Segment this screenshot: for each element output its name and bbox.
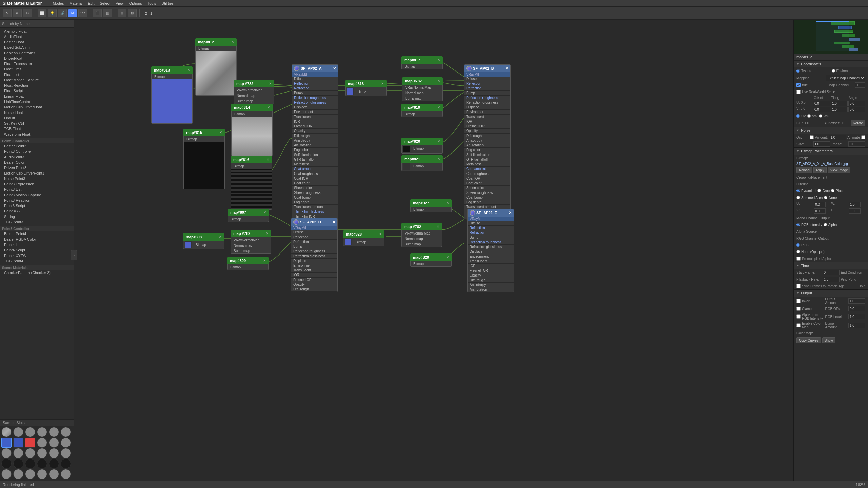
toolbar-btn-11[interactable]: ⊞	[118, 9, 126, 17]
sample-slot-6[interactable]	[61, 427, 71, 437]
node-float-expression[interactable]: Float Expression	[0, 61, 74, 66]
node-map827-header[interactable]: map#827 ✕	[410, 199, 452, 207]
node-map818[interactable]: map#818 ✕ Bitmap	[345, 80, 387, 96]
node-map814-close[interactable]: ✕	[267, 106, 270, 109]
row-refraction-d[interactable]: Refraction	[291, 240, 337, 244]
toolbar-btn-10[interactable]: ▦	[103, 9, 112, 17]
row-environment-b[interactable]: Environment	[464, 110, 510, 115]
toolbar-btn-2[interactable]: ✏	[13, 9, 22, 17]
row-coat-bump-a[interactable]: Coat bump	[292, 195, 338, 200]
row-coat-color-b[interactable]: Coat color	[464, 181, 510, 186]
row-diff-rough-e[interactable]: Diff. rough	[468, 278, 514, 283]
row-coat-ior-b[interactable]: Coat IOR	[464, 176, 510, 181]
node-map819-close[interactable]: ✕	[437, 106, 440, 109]
node-driver-float[interactable]: DriverFloat	[0, 56, 74, 61]
rp-output-amount-input[interactable]	[848, 298, 865, 304]
sample-slot-2[interactable]	[13, 427, 23, 437]
node-linktime-control[interactable]: LinkTimeControl	[0, 99, 74, 104]
row-metalness-a[interactable]: Metalness	[292, 162, 338, 167]
node-tcb-point3[interactable]: TCB Point3	[0, 219, 74, 225]
node-map819[interactable]: map#819 ✕ Bitmap	[401, 104, 443, 117]
sample-slot-7[interactable]	[1, 438, 12, 448]
node-map812-header[interactable]: map#812 ✕	[195, 38, 237, 46]
node-list[interactable]: Alembic Float AudioFloat Bezier Float Bi…	[0, 28, 74, 419]
node-audio-float[interactable]: AudioFloat	[0, 34, 74, 39]
node-sf-ap02-e-header[interactable]: SF_AP02_E ✕	[468, 209, 514, 217]
sample-slot-25[interactable]	[1, 469, 12, 479]
node-map817-header[interactable]: map#817 ✕	[401, 56, 443, 64]
node-map819-header[interactable]: map#819 ✕	[401, 104, 443, 111]
node-sf-ap02-b-close[interactable]: ✕	[505, 66, 508, 71]
node-map820-close[interactable]: ✕	[437, 140, 440, 143]
row-anisotropy-e[interactable]: Anisotropy	[468, 283, 514, 287]
row-bump-a[interactable]: Bump	[292, 91, 338, 96]
node-map782-2-close[interactable]: ✕	[266, 232, 269, 235]
row-opacity-a[interactable]: Opacity	[292, 129, 338, 134]
sample-slot-21[interactable]	[25, 459, 35, 469]
row-thin-film-thickness-a[interactable]: Thin Film Thickness	[292, 209, 338, 214]
node-map821[interactable]: map#821 ✕ Bitmap	[401, 155, 443, 171]
node-sf-ap02-e[interactable]: SF_AP02_E ✕ VRayMtl Diffuse Reflection R…	[467, 209, 514, 292]
node-float-reaction[interactable]: Float Reaction	[0, 83, 74, 88]
row-diffuse-e[interactable]: Diffuse	[468, 221, 514, 226]
row-an-rotation-b[interactable]: An. rotation	[464, 143, 510, 148]
rp-wu-radio[interactable]	[819, 114, 822, 118]
row-diffuse-a[interactable]: Diffuse	[292, 77, 338, 81]
row-displace-a[interactable]: Displace	[292, 105, 338, 110]
row-fog-depth-a[interactable]: Fog depth	[292, 200, 338, 205]
rp-section-time-header[interactable]: ▼ Time	[794, 262, 868, 269]
row-reflection-d[interactable]: Reflection	[291, 235, 337, 240]
toolbar-btn-7[interactable]: M	[68, 9, 77, 17]
node-map807[interactable]: map#807 ✕ Bitmap	[228, 209, 269, 222]
rp-rotate-btn[interactable]: Rotate	[851, 120, 865, 126]
node-map818-close[interactable]: ✕	[381, 82, 384, 85]
node-float-script[interactable]: Float Script	[0, 88, 74, 94]
rp-uv-radio[interactable]	[796, 114, 800, 118]
sample-slot-18[interactable]	[61, 448, 71, 458]
rp-section-coordinates-header[interactable]: ▼ Coordinates	[794, 61, 868, 67]
node-bezier-rgba-color[interactable]: Bezier RGBA Color	[0, 237, 74, 242]
node-point4-list[interactable]: Point4 List	[0, 242, 74, 247]
node-map812[interactable]: map#812 ✕ Bitmap	[195, 38, 237, 96]
sample-slot-20[interactable]	[13, 459, 23, 469]
rp-pyramidal-radio[interactable]	[796, 189, 800, 192]
rp-rgb-output-radio[interactable]	[796, 243, 800, 247]
rp-copy-curves-btn[interactable]: Copy Curves	[796, 337, 821, 343]
sample-slot-10[interactable]	[37, 438, 47, 448]
node-map809[interactable]: map#809 ✕ Bitmap	[227, 257, 269, 270]
rp-rgb-offset-input[interactable]	[848, 306, 865, 311]
node-map815-header[interactable]: map#815 ✕	[183, 129, 225, 136]
node-sf-ap02-d[interactable]: SF_AP02_D ✕ VRayMtl Diffuse Reflection R…	[291, 218, 338, 292]
row-gtr-b[interactable]: GTR tail falloff	[464, 157, 510, 162]
node-point3-expression[interactable]: Point3 Expression	[0, 181, 74, 187]
rp-tiling-u-input[interactable]	[831, 101, 848, 106]
sample-slot-14[interactable]	[13, 448, 23, 458]
row-environment-e[interactable]: Environment	[468, 254, 514, 259]
row-diffuse-d[interactable]: Diffuse	[291, 230, 337, 235]
toolbar-btn-1[interactable]: ↖	[3, 9, 12, 17]
row-bump-b[interactable]: Bump	[464, 91, 510, 96]
node-map815-close[interactable]: ✕	[219, 131, 222, 134]
row-environment-a[interactable]: Environment	[292, 110, 338, 115]
rp-h-input[interactable]	[849, 208, 861, 214]
rp-noise-phase-input[interactable]	[848, 141, 865, 147]
node-map813-header[interactable]: map#813 ✕	[151, 66, 193, 74]
node-point3-motion-capture[interactable]: Point3 Motion Capture	[0, 192, 74, 198]
node-map813[interactable]: map#813 ✕ Bitmap	[151, 66, 193, 124]
node-map782-1[interactable]: map #782 ✕ VRayNormalMap Normal map Bump…	[234, 80, 274, 104]
rp-section-noise-header[interactable]: ▼ Noise	[794, 127, 868, 134]
menu-edit[interactable]: Edit	[88, 1, 95, 5]
node-sf-ap02-a-header[interactable]: SF_AP02_A ✕	[292, 65, 338, 72]
node-bezier-point2[interactable]: Bezier Point2	[0, 143, 74, 149]
node-map817-close[interactable]: ✕	[437, 58, 440, 62]
row-environment-d[interactable]: Environment	[291, 263, 337, 268]
row-refl-rough-e[interactable]: Reflection roughness	[468, 240, 514, 245]
menu-tools[interactable]: Tools	[147, 1, 156, 5]
node-map807-header[interactable]: map#807 ✕	[228, 209, 269, 216]
row-coat-amount-b[interactable]: Coat amount	[464, 167, 510, 171]
rp-v-input[interactable]	[814, 208, 826, 214]
row-sheen-roughness-a[interactable]: Sheen roughness	[292, 190, 338, 195]
node-point4-script[interactable]: Point4 Script	[0, 247, 74, 253]
rp-alpha-from-rgb-checkbox[interactable]	[796, 314, 801, 319]
node-map782-4-close[interactable]: ✕	[437, 225, 439, 228]
